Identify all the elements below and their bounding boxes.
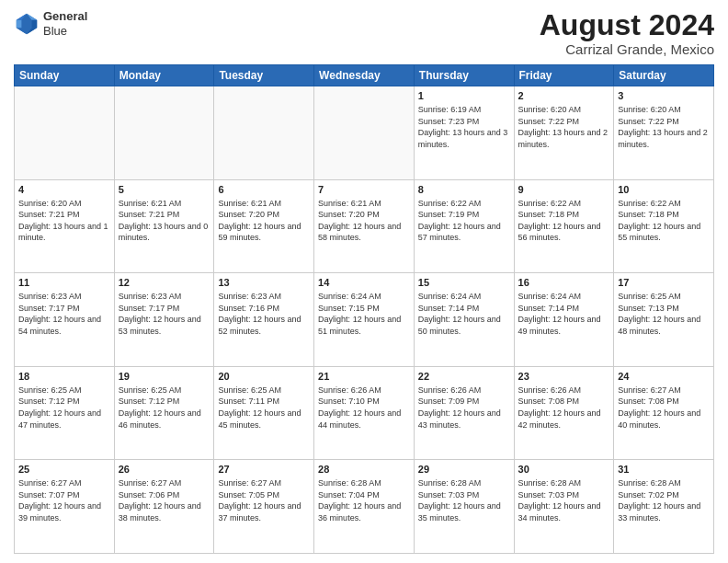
calendar-cell: [314, 86, 415, 180]
day-info: Sunrise: 6:23 AM Sunset: 7:16 PM Dayligh…: [218, 291, 310, 337]
day-info: Sunrise: 6:25 AM Sunset: 7:11 PM Dayligh…: [218, 385, 310, 431]
calendar-cell: 12Sunrise: 6:23 AM Sunset: 7:17 PM Dayli…: [114, 273, 214, 367]
logo-blue: Blue: [43, 24, 87, 39]
calendar-cell: 8Sunrise: 6:22 AM Sunset: 7:19 PM Daylig…: [414, 179, 514, 273]
day-info: Sunrise: 6:22 AM Sunset: 7:19 PM Dayligh…: [418, 198, 510, 244]
calendar-cell: 10Sunrise: 6:22 AM Sunset: 7:18 PM Dayli…: [614, 179, 714, 273]
calendar-header-row: SundayMondayTuesdayWednesdayThursdayFrid…: [15, 65, 714, 86]
title-block: August 2024 Carrizal Grande, Mexico: [540, 9, 714, 57]
day-number: 10: [618, 183, 710, 197]
day-number: 1: [418, 89, 510, 103]
day-number: 29: [418, 463, 510, 477]
header: General Blue August 2024 Carrizal Grande…: [14, 9, 714, 57]
svg-marker-2: [32, 19, 38, 27]
calendar-cell: 11Sunrise: 6:23 AM Sunset: 7:17 PM Dayli…: [15, 273, 115, 367]
calendar-cell: 13Sunrise: 6:23 AM Sunset: 7:16 PM Dayli…: [214, 273, 314, 367]
calendar-cell: 19Sunrise: 6:25 AM Sunset: 7:12 PM Dayli…: [114, 366, 214, 460]
calendar-cell: 2Sunrise: 6:20 AM Sunset: 7:22 PM Daylig…: [514, 86, 614, 180]
day-info: Sunrise: 6:24 AM Sunset: 7:15 PM Dayligh…: [318, 291, 410, 337]
logo-text: General Blue: [43, 9, 87, 38]
day-info: Sunrise: 6:28 AM Sunset: 7:02 PM Dayligh…: [618, 477, 710, 523]
calendar-table: SundayMondayTuesdayWednesdayThursdayFrid…: [14, 64, 714, 554]
day-number: 23: [518, 370, 610, 384]
logo-icon: [14, 11, 40, 37]
calendar-cell: 24Sunrise: 6:27 AM Sunset: 7:08 PM Dayli…: [614, 366, 714, 460]
logo-general: General: [43, 9, 87, 24]
calendar-week-row: 25Sunrise: 6:27 AM Sunset: 7:07 PM Dayli…: [15, 460, 714, 554]
day-info: Sunrise: 6:25 AM Sunset: 7:13 PM Dayligh…: [618, 291, 710, 337]
day-number: 21: [318, 370, 410, 384]
day-info: Sunrise: 6:25 AM Sunset: 7:12 PM Dayligh…: [18, 385, 110, 431]
day-info: Sunrise: 6:27 AM Sunset: 7:06 PM Dayligh…: [119, 477, 210, 523]
day-number: 3: [618, 89, 710, 103]
page: General Blue August 2024 Carrizal Grande…: [0, 0, 728, 563]
calendar-cell: 6Sunrise: 6:21 AM Sunset: 7:20 PM Daylig…: [214, 179, 314, 273]
day-number: 7: [318, 183, 410, 197]
day-info: Sunrise: 6:23 AM Sunset: 7:17 PM Dayligh…: [18, 291, 110, 337]
calendar-week-row: 18Sunrise: 6:25 AM Sunset: 7:12 PM Dayli…: [15, 366, 714, 460]
day-number: 6: [218, 183, 310, 197]
day-number: 14: [318, 276, 410, 290]
day-number: 2: [518, 89, 610, 103]
day-info: Sunrise: 6:28 AM Sunset: 7:03 PM Dayligh…: [418, 477, 510, 523]
calendar-cell: 23Sunrise: 6:26 AM Sunset: 7:08 PM Dayli…: [514, 366, 614, 460]
weekday-header: Friday: [514, 65, 614, 86]
calendar-cell: 5Sunrise: 6:21 AM Sunset: 7:21 PM Daylig…: [114, 179, 214, 273]
day-number: 28: [318, 463, 410, 477]
weekday-header: Saturday: [614, 65, 714, 86]
calendar-cell: 3Sunrise: 6:20 AM Sunset: 7:22 PM Daylig…: [614, 86, 714, 180]
calendar-cell: 22Sunrise: 6:26 AM Sunset: 7:09 PM Dayli…: [414, 366, 514, 460]
calendar-week-row: 4Sunrise: 6:20 AM Sunset: 7:21 PM Daylig…: [15, 179, 714, 273]
calendar-cell: [114, 86, 214, 180]
day-info: Sunrise: 6:26 AM Sunset: 7:09 PM Dayligh…: [418, 385, 510, 431]
day-number: 24: [618, 370, 710, 384]
calendar-cell: 4Sunrise: 6:20 AM Sunset: 7:21 PM Daylig…: [15, 179, 115, 273]
calendar-cell: 15Sunrise: 6:24 AM Sunset: 7:14 PM Dayli…: [414, 273, 514, 367]
day-info: Sunrise: 6:22 AM Sunset: 7:18 PM Dayligh…: [518, 198, 610, 244]
svg-marker-5: [17, 19, 22, 27]
day-info: Sunrise: 6:21 AM Sunset: 7:21 PM Dayligh…: [119, 198, 210, 244]
day-info: Sunrise: 6:19 AM Sunset: 7:23 PM Dayligh…: [418, 104, 510, 150]
weekday-header: Sunday: [15, 65, 115, 86]
calendar-cell: 21Sunrise: 6:26 AM Sunset: 7:10 PM Dayli…: [314, 366, 415, 460]
day-info: Sunrise: 6:26 AM Sunset: 7:08 PM Dayligh…: [518, 385, 610, 431]
logo: General Blue: [14, 9, 87, 38]
month-year: August 2024: [540, 9, 714, 41]
calendar-cell: 20Sunrise: 6:25 AM Sunset: 7:11 PM Dayli…: [214, 366, 314, 460]
day-info: Sunrise: 6:26 AM Sunset: 7:10 PM Dayligh…: [318, 385, 410, 431]
calendar-cell: 29Sunrise: 6:28 AM Sunset: 7:03 PM Dayli…: [414, 460, 514, 554]
calendar-cell: 26Sunrise: 6:27 AM Sunset: 7:06 PM Dayli…: [114, 460, 214, 554]
day-number: 16: [518, 276, 610, 290]
day-info: Sunrise: 6:21 AM Sunset: 7:20 PM Dayligh…: [218, 198, 310, 244]
calendar-cell: 1Sunrise: 6:19 AM Sunset: 7:23 PM Daylig…: [414, 86, 514, 180]
calendar-cell: 25Sunrise: 6:27 AM Sunset: 7:07 PM Dayli…: [15, 460, 115, 554]
calendar-cell: [15, 86, 115, 180]
calendar-cell: 16Sunrise: 6:24 AM Sunset: 7:14 PM Dayli…: [514, 273, 614, 367]
calendar-cell: 30Sunrise: 6:28 AM Sunset: 7:03 PM Dayli…: [514, 460, 614, 554]
weekday-header: Monday: [114, 65, 214, 86]
day-number: 26: [119, 463, 210, 477]
day-info: Sunrise: 6:20 AM Sunset: 7:21 PM Dayligh…: [18, 198, 110, 244]
day-info: Sunrise: 6:22 AM Sunset: 7:18 PM Dayligh…: [618, 198, 710, 244]
calendar-cell: 27Sunrise: 6:27 AM Sunset: 7:05 PM Dayli…: [214, 460, 314, 554]
day-number: 13: [218, 276, 310, 290]
day-info: Sunrise: 6:21 AM Sunset: 7:20 PM Dayligh…: [318, 198, 410, 244]
day-number: 30: [518, 463, 610, 477]
weekday-header: Thursday: [414, 65, 514, 86]
day-info: Sunrise: 6:23 AM Sunset: 7:17 PM Dayligh…: [119, 291, 210, 337]
day-number: 19: [119, 370, 210, 384]
day-number: 18: [18, 370, 110, 384]
day-number: 12: [119, 276, 210, 290]
calendar-cell: 18Sunrise: 6:25 AM Sunset: 7:12 PM Dayli…: [15, 366, 115, 460]
calendar-week-row: 11Sunrise: 6:23 AM Sunset: 7:17 PM Dayli…: [15, 273, 714, 367]
day-number: 4: [18, 183, 110, 197]
day-number: 8: [418, 183, 510, 197]
day-info: Sunrise: 6:24 AM Sunset: 7:14 PM Dayligh…: [418, 291, 510, 337]
day-number: 25: [18, 463, 110, 477]
weekday-header: Tuesday: [214, 65, 314, 86]
calendar-cell: 9Sunrise: 6:22 AM Sunset: 7:18 PM Daylig…: [514, 179, 614, 273]
day-info: Sunrise: 6:25 AM Sunset: 7:12 PM Dayligh…: [119, 385, 210, 431]
calendar-cell: 17Sunrise: 6:25 AM Sunset: 7:13 PM Dayli…: [614, 273, 714, 367]
day-info: Sunrise: 6:28 AM Sunset: 7:03 PM Dayligh…: [518, 477, 610, 523]
day-info: Sunrise: 6:27 AM Sunset: 7:07 PM Dayligh…: [18, 477, 110, 523]
